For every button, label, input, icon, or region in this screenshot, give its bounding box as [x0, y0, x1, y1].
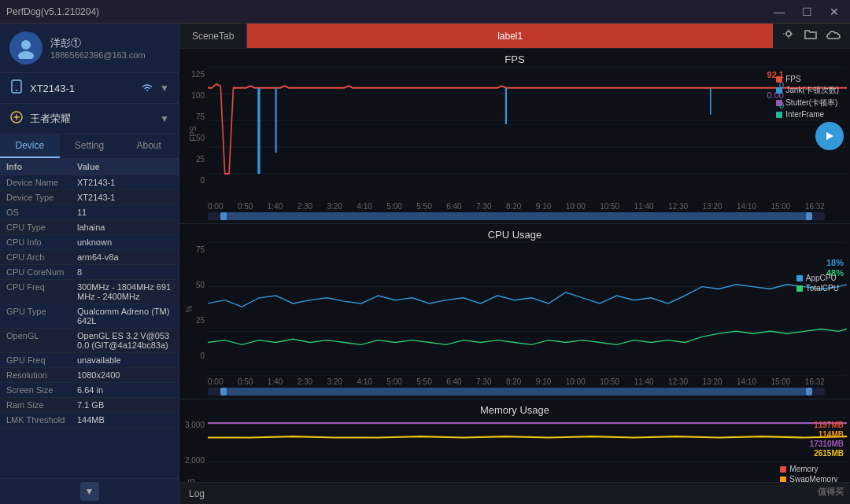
virtual-value: 17310MB	[810, 440, 844, 448]
cpu-chart-section: CPU Usage 75 50 25 0 %	[179, 224, 850, 399]
table-row: Device Type XT2143-1	[0, 190, 179, 205]
memory-chart-section: Memory Usage 3,000 2,000 1,000 0 MB	[179, 399, 850, 482]
info-label: Screen Size	[6, 385, 77, 395]
log-label[interactable]: Log	[189, 488, 205, 499]
memory-value: 1197MB	[814, 421, 844, 429]
user-profile: 洋彭① 18865662396@163.com	[0, 24, 179, 73]
cpu-scrollbar-left-handle[interactable]	[220, 388, 227, 395]
window-controls: — ☐ ✕	[769, 6, 844, 18]
info-value: unavailable	[77, 355, 172, 365]
info-value: 11	[77, 208, 172, 217]
memory-chart-container: 3,000 2,000 1,000 0 MB	[179, 418, 850, 482]
memory-chart-area: MB	[208, 418, 847, 482]
fps-legend-fps: FPS	[776, 75, 839, 83]
fps-legend: FPS Jank(卡顿次数) Stutter(卡顿率) InterFrame	[776, 75, 839, 119]
info-value: Qualcomm Adreno (TM) 642L	[77, 307, 172, 326]
game-name: 王者荣耀	[30, 112, 153, 126]
table-row: CPU Info unknown	[0, 235, 179, 250]
info-value: XT2143-1	[77, 193, 172, 202]
tab-about[interactable]: About	[119, 134, 179, 158]
device-dropdown-arrow: ▼	[160, 83, 169, 94]
cpu-y-0: 0	[200, 351, 205, 360]
info-label: CPU Info	[6, 237, 77, 247]
cloud-icon[interactable]	[826, 29, 841, 43]
table-row: GPU Type Qualcomm Adreno (TM) 642L	[0, 304, 179, 329]
fps-legend-jank-label: Jank(卡顿次数)	[785, 85, 839, 96]
cpu-scrollbar[interactable]	[208, 388, 825, 395]
folder-icon[interactable]	[804, 29, 817, 43]
scene-tab-label[interactable]: SceneTab	[179, 24, 247, 48]
game-icon	[9, 110, 24, 127]
memory-legend-swap-dot	[780, 476, 786, 483]
cpu-svg	[208, 242, 847, 376]
fps-chart-container: 125 100 75 50 25 0 FPS	[179, 67, 850, 200]
info-label: CPU CoreNum	[6, 267, 77, 277]
wifi-icon	[141, 82, 153, 94]
play-button[interactable]	[815, 122, 844, 150]
memory-y-axis: 3,000 2,000 1,000 0	[183, 418, 208, 482]
info-value: arm64-v8a	[77, 252, 172, 262]
cpu-legend-total-label: TotalCPU	[806, 284, 839, 292]
user-name: 洋彭①	[50, 36, 146, 50]
fps-legend-fps-label: FPS	[785, 75, 800, 83]
info-value: unknown	[77, 237, 172, 247]
close-button[interactable]: ✕	[825, 6, 844, 18]
fps-scrollbar-thumb	[220, 212, 813, 220]
device-selector[interactable]: XT2143-1 ▼	[0, 73, 179, 104]
table-rows: Device Name XT2143-1 Device Type XT2143-…	[0, 175, 179, 428]
cpu-scrollbar-thumb	[220, 388, 813, 395]
label1-bar[interactable]: label1	[247, 24, 773, 48]
fps-y-125: 125	[191, 70, 205, 79]
content-area: SceneTab label1 FPS 12	[179, 24, 850, 504]
tab-device[interactable]: Device	[0, 134, 60, 158]
info-label: Device Type	[6, 193, 77, 202]
location-icon[interactable]	[782, 28, 795, 44]
sidebar-tabs: Device Setting About	[0, 134, 179, 159]
table-row: LMK Threshold 144MB	[0, 413, 179, 428]
table-row: OpenGL OpenGL ES 3.2 V@0530.0 (GIT@4a124…	[0, 329, 179, 353]
table-row: CPU Arch arm64-v8a	[0, 250, 179, 265]
available-value: 2615MB	[814, 449, 844, 458]
fps-legend-interframe-label: InterFrame	[785, 110, 824, 119]
info-label: Ram Size	[6, 400, 77, 410]
fps-y-100: 100	[191, 91, 205, 100]
info-value: 7.1 GB	[77, 400, 172, 410]
cpu-x-axis: 0:000:501:40 2:303:204:10 5:005:506:40 7…	[179, 376, 850, 388]
info-label: CPU Arch	[6, 252, 77, 262]
fps-scrollbar-right-handle[interactable]	[806, 212, 812, 220]
info-label: CPU Freq	[6, 282, 77, 301]
fps-legend-stutter-label: Stutter(卡顿率)	[785, 97, 837, 109]
fps-legend-fps-dot	[776, 76, 782, 83]
fps-legend-interframe-dot	[776, 112, 782, 118]
fps-legend-jank: Jank(卡顿次数)	[776, 85, 839, 96]
fps-scrollbar-left-handle[interactable]	[220, 212, 227, 220]
maximize-button[interactable]: ☐	[797, 6, 817, 18]
info-value: OpenGL ES 3.2 V@0530.0 (GIT@4a124bc83a)	[77, 331, 172, 350]
app-title: PerfDog(v5.1.210204)	[6, 6, 99, 17]
info-label: OS	[6, 208, 77, 217]
fps-scrollbar[interactable]	[208, 212, 825, 220]
info-label: OpenGL	[6, 331, 77, 350]
log-bar: Log	[179, 482, 850, 504]
tab-setting[interactable]: Setting	[60, 134, 120, 158]
cpu-scrollbar-right-handle[interactable]	[806, 388, 812, 395]
table-row: CPU CoreNum 8	[0, 265, 179, 280]
fps-legend-stutter-dot	[776, 100, 782, 106]
scroll-down-button[interactable]: ▼	[80, 482, 99, 501]
game-selector[interactable]: 王者荣耀 ▼	[0, 104, 179, 134]
info-value: 6.64 in	[77, 385, 172, 395]
fps-legend-stutter: Stutter(卡顿率)	[776, 97, 839, 109]
cpu-app-value: 18%	[826, 258, 844, 267]
memory-values: 1197MB 114MB 17310MB 2615MB	[810, 421, 844, 458]
minimize-button[interactable]: —	[769, 6, 789, 18]
memory-legend-mem-label: Memory	[789, 465, 818, 473]
fps-chart-section: FPS 125 100 75 50 25 0 FPS	[179, 49, 850, 224]
svg-point-0	[21, 40, 31, 50]
user-info: 洋彭① 18865662396@163.com	[50, 36, 146, 60]
fps-legend-interframe: InterFrame	[776, 110, 839, 119]
charts-area: FPS 125 100 75 50 25 0 FPS	[179, 49, 850, 482]
device-name: XT2143-1	[30, 83, 135, 94]
cpu-legend-app: AppCPU	[796, 274, 839, 282]
top-icons	[773, 28, 850, 44]
info-value: 1080x2400	[77, 370, 172, 380]
